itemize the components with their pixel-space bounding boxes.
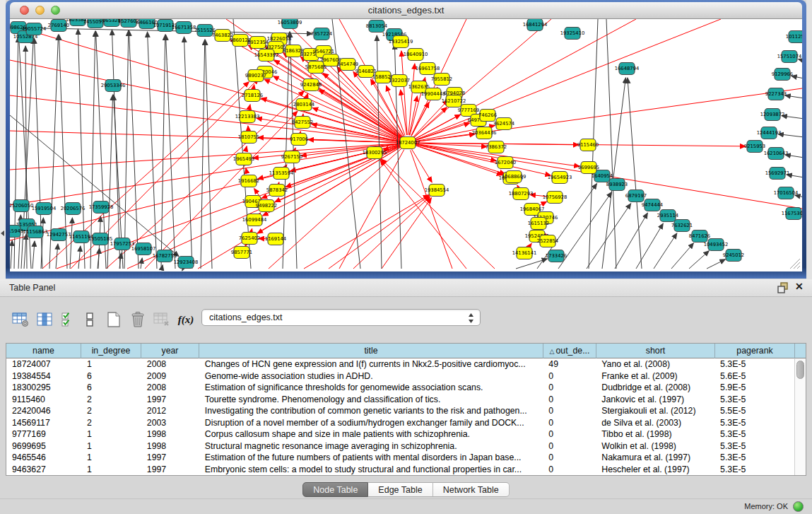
graph-edge[interactable] — [319, 90, 401, 139]
graph-node[interactable]: 12923408 — [174, 257, 199, 269]
graph-node[interactable]: 9227343 — [765, 88, 787, 100]
graph-node[interactable]: 1965493 — [233, 153, 254, 165]
graph-edge[interactable] — [246, 168, 247, 174]
column-header-out_de[interactable]: △out_de... — [543, 344, 596, 358]
graph-node[interactable]: 1615132 — [528, 218, 549, 230]
graph-edge[interactable] — [606, 19, 616, 269]
graph-node[interactable]: 8427552 — [292, 117, 313, 129]
graph-node[interactable]: 19325410 — [560, 28, 585, 40]
resize-grip-icon[interactable] — [790, 259, 800, 269]
graph-node[interactable]: 15751074 — [777, 51, 802, 63]
graph-edge[interactable] — [10, 144, 400, 170]
graph-node[interactable]: 7632621 — [671, 220, 693, 232]
graph-edge[interactable] — [689, 251, 709, 269]
row-height-button[interactable] — [79, 309, 100, 330]
table-row[interactable]: 946554611997Estimation of the future num… — [6, 452, 794, 464]
graph-node[interactable]: 16210643 — [764, 148, 789, 160]
panel-collapse-arrow-icon[interactable] — [1, 230, 4, 236]
graph-edge[interactable] — [269, 148, 402, 269]
scrollbar-thumb[interactable] — [796, 361, 804, 379]
network-canvas[interactable]: 8986261105528744905572427691401803581114… — [10, 19, 802, 271]
graph-node[interactable]: 8813054 — [366, 21, 387, 33]
graph-edge[interactable] — [295, 148, 295, 150]
graph-edge[interactable] — [124, 30, 129, 269]
tab-network-table[interactable]: Network Table — [433, 482, 510, 497]
column-header-title[interactable]: title — [199, 344, 543, 358]
column-header-short[interactable]: short — [596, 344, 715, 358]
graph-edge[interactable] — [654, 233, 677, 269]
graph-edge[interactable] — [10, 144, 400, 205]
graph-node[interactable]: 25206050 — [10, 200, 33, 212]
graph-node[interactable]: 1672040 — [495, 157, 516, 169]
graph-edge[interactable] — [785, 95, 802, 98]
graph-node[interactable]: 14136141 — [512, 247, 537, 259]
graph-edge[interactable] — [516, 259, 548, 269]
graph-edge[interactable] — [254, 85, 254, 88]
close-panel-icon[interactable]: ✕ — [795, 281, 804, 292]
graph-node[interactable]: 2803144 — [293, 99, 314, 111]
graph-edge[interactable] — [33, 241, 35, 269]
graph-edge[interactable] — [412, 149, 432, 182]
graph-node[interactable]: 7386372 — [486, 141, 507, 153]
graph-node[interactable]: 16053809 — [278, 19, 302, 29]
graph-edge[interactable] — [615, 213, 647, 269]
graph-edge[interactable] — [233, 19, 251, 269]
graph-edge[interactable] — [381, 159, 495, 269]
graph-edge[interactable] — [529, 243, 532, 247]
graph-node[interactable]: 917006 — [290, 134, 308, 146]
delete-table-button[interactable] — [151, 309, 172, 330]
column-header-name[interactable]: name — [6, 344, 81, 358]
graph-node[interactable]: 15692971 — [765, 168, 790, 180]
graph-node[interactable]: 11675301 — [782, 208, 802, 220]
delete-button[interactable] — [127, 309, 148, 330]
graph-node[interactable]: 12093872 — [760, 109, 785, 121]
table-row[interactable]: 969969511998Structural magnetic resonanc… — [6, 440, 794, 452]
graph-node[interactable]: 20364436 — [472, 127, 497, 139]
graph-node[interactable]: 1810755 — [238, 132, 259, 144]
graph-node[interactable]: 1169144 — [265, 233, 286, 245]
graph-edge[interactable] — [416, 144, 551, 175]
graph-node[interactable]: 19384554 — [425, 185, 449, 197]
table-row[interactable]: 1456911722003Disruption of a novel membe… — [6, 417, 794, 429]
graph-node[interactable]: 9245012 — [723, 250, 744, 262]
graph-node[interactable]: 9890237 — [245, 70, 266, 82]
vertical-scrollbar[interactable] — [794, 358, 806, 475]
table-selector-dropdown[interactable]: citations_edges.txt — [201, 309, 481, 326]
graph-node[interactable]: 16841294 — [523, 19, 548, 31]
show-columns-button[interactable] — [34, 309, 55, 330]
graph-edge[interactable] — [307, 93, 308, 97]
float-panel-icon[interactable] — [777, 282, 789, 294]
graph-edge[interactable] — [707, 259, 725, 269]
graph-edge[interactable] — [148, 32, 157, 269]
graph-edge[interactable] — [671, 243, 693, 269]
table-row[interactable]: 1830029562008Estimation of significance … — [6, 382, 794, 394]
graph-node[interactable]: 16648794 — [615, 63, 640, 75]
graph-edge[interactable] — [198, 147, 401, 269]
table-panel-titlebar[interactable]: Table Panel ✕ — [0, 279, 812, 297]
graph-edge[interactable] — [517, 185, 518, 187]
graph-node[interactable]: 19654923 — [548, 172, 572, 184]
column-header-pagerank[interactable]: pagerank — [715, 344, 795, 358]
graph-edge[interactable] — [329, 196, 429, 269]
table-row[interactable]: 2242004622012Investigating the contribut… — [6, 405, 794, 417]
network-graph[interactable]: 8986261105528744905572427691401803581114… — [10, 19, 802, 271]
select-rows-button[interactable] — [58, 309, 79, 330]
graph-edge[interactable] — [11, 240, 12, 269]
graph-edge[interactable] — [24, 234, 26, 269]
graph-node[interactable]: 20206576 — [61, 203, 86, 215]
tab-edge-table[interactable]: Edge Table — [368, 482, 433, 497]
graph-node[interactable]: 18807293 — [509, 188, 534, 200]
graph-edge[interactable] — [78, 246, 81, 269]
graph-edge[interactable] — [112, 30, 120, 269]
column-header-year[interactable]: year — [141, 344, 199, 358]
graph-edge[interactable] — [129, 30, 139, 269]
table-row[interactable]: 977716911998Corpus callosum shape and si… — [6, 428, 794, 440]
graph-edge[interactable] — [401, 51, 407, 135]
column-header-in_degree[interactable]: in_degree — [81, 344, 141, 358]
graph-node[interactable]: 8471626 — [689, 230, 710, 243]
graph-node[interactable]: 2718126 — [242, 90, 263, 102]
graph-node[interactable]: 15919504 — [32, 203, 57, 215]
graph-edge[interactable] — [162, 265, 163, 269]
graph-node[interactable]: 1916682 — [238, 175, 259, 187]
graph-edge[interactable] — [245, 146, 247, 152]
